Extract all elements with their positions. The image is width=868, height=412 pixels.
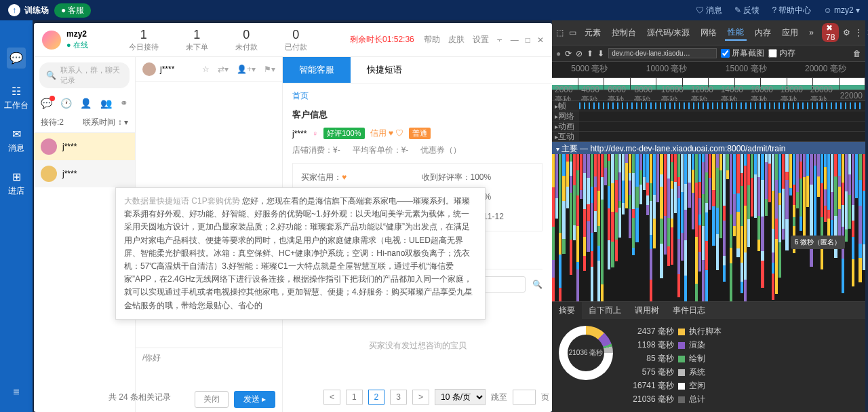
link-settings[interactable]: 设置 xyxy=(473,34,489,45)
sidebar-item-message[interactable]: ✉消息 xyxy=(8,128,24,154)
overview-timeline[interactable]: 5000 毫秒 10000 毫秒 15000 毫秒 20000 毫秒 xyxy=(552,62,865,78)
track-network[interactable]: ▸网络 xyxy=(552,111,579,121)
nav-help[interactable]: ? 帮助中心 xyxy=(772,5,811,16)
filter-person-icon[interactable]: 👤 xyxy=(80,98,92,109)
reload-icon[interactable]: ⟳ xyxy=(565,49,572,58)
contact-item[interactable]: j**** xyxy=(34,133,135,160)
error-badge[interactable]: ✖ 78 xyxy=(822,23,839,42)
sort-select[interactable]: 联系时间 ↕ ▾ xyxy=(83,117,128,128)
breadcrumb[interactable]: 首页 xyxy=(283,83,552,109)
clear-icon[interactable]: ⊘ xyxy=(576,49,583,58)
chat-messages: 大数据量快捷短语 C1P套购优势 您好，您现在看的是海信旗下高端套系家电——璀璨… xyxy=(136,82,282,348)
btab-calltree[interactable]: 调用树 xyxy=(628,302,666,319)
pager-size[interactable]: 10 条/页 xyxy=(435,389,486,405)
transfer-icon[interactable]: ⇄▾ xyxy=(218,64,229,74)
customer-name: j**** xyxy=(292,129,307,138)
contact-item[interactable]: j**** xyxy=(34,160,135,187)
pager-2[interactable]: 2 xyxy=(368,390,385,405)
coupon-link[interactable]: 优惠券（） xyxy=(420,145,461,156)
filter-org-icon[interactable]: ⚭ xyxy=(120,98,128,109)
record-icon[interactable]: ● xyxy=(556,49,561,58)
gender-icon: ♀ xyxy=(312,129,318,138)
recommend-search-icon[interactable]: 🔍 xyxy=(532,280,542,289)
empty-message: 买家没有发过想咨询的宝贝 xyxy=(292,340,542,352)
brand: ↑ 训练场 xyxy=(8,4,49,16)
track-anim[interactable]: ▸动画 xyxy=(552,121,579,131)
section-title: 客户信息 xyxy=(292,109,542,121)
tab-smart-service[interactable]: 智能客服 xyxy=(283,57,351,83)
devtab-elements[interactable]: 元素 xyxy=(582,26,604,40)
tab-quick-phrase[interactable]: 快捷短语 xyxy=(351,57,418,83)
devtools-panel: ⬚ ▭ 元素 控制台 源代码/来源 网络 性能 内存 应用 » ✖ 78 ⚙ ⋮… xyxy=(552,20,865,412)
flag-icon[interactable]: ⚑▾ xyxy=(264,64,275,74)
collapse-icon[interactable]: ≡ xyxy=(13,386,19,398)
devtab-more-icon[interactable]: » xyxy=(806,26,816,39)
main-thread-label[interactable]: ▾ 主要 — http://dev.mc-dev-lane.xiaoduoai.… xyxy=(552,142,865,154)
pager-3[interactable]: 3 xyxy=(390,390,407,405)
sidebar-item-chat[interactable]: 💬 xyxy=(7,48,26,69)
sidebar-item-workbench[interactable]: ☷工作台 xyxy=(4,85,28,111)
track-interact[interactable]: ▸互动 xyxy=(552,132,579,141)
tooltip-lead: 大数据量快捷短语 C1P套购优势 xyxy=(124,196,240,206)
devtab-network[interactable]: 网络 xyxy=(698,26,719,40)
screenshot-checkbox[interactable]: 屏幕截图 xyxy=(721,48,764,59)
trash-icon[interactable]: 🗑 xyxy=(853,49,861,58)
chat-header: mzy2 在线 1今日接待 1未下单 0未付款 0已付款 剩余时长01:52:3… xyxy=(34,23,552,57)
devtab-console[interactable]: 控制台 xyxy=(609,26,639,40)
window-close-icon[interactable]: ✕ xyxy=(537,35,544,45)
filter-group-icon[interactable]: 👥 xyxy=(100,98,112,109)
load-icon[interactable]: ⬆ xyxy=(587,49,593,58)
level-badge: 普通 xyxy=(409,128,431,139)
inspect-icon[interactable]: ⬚ xyxy=(556,28,564,37)
devtools-settings-icon[interactable]: ⚙ xyxy=(843,28,850,37)
search-input[interactable]: 🔍 联系人，群，聊天记录 xyxy=(39,62,130,88)
conv-name: j**** xyxy=(160,64,174,74)
pager-jump-input[interactable] xyxy=(513,390,536,405)
flame-chart[interactable]: 6 微秒（匿名） xyxy=(552,154,865,301)
summary-panel: 21036 毫秒 2437 毫秒执行脚本1198 毫秒渲染85 毫秒绘制575 … xyxy=(552,319,865,412)
window-pop-icon[interactable]: ⫟ xyxy=(496,35,504,45)
brand-icon: ↑ xyxy=(8,4,20,16)
contact-avatar xyxy=(41,138,57,155)
devtab-memory[interactable]: 内存 xyxy=(752,26,774,40)
input-text: /你好 xyxy=(142,352,275,364)
role-badge: ● 客服 xyxy=(54,3,91,18)
nav-feedback[interactable]: ✎ 反馈 xyxy=(734,5,760,16)
pager-count: 共 24 条相关记录 xyxy=(108,392,171,403)
window-min-icon[interactable]: — xyxy=(511,35,519,45)
save-icon[interactable]: ⬇ xyxy=(597,49,604,58)
header-username: mzy2 xyxy=(66,29,88,39)
window-max-icon[interactable]: □ xyxy=(526,35,530,45)
chat-window: mzy2 在线 1今日接待 1未下单 0未付款 0已付款 剩余时长01:52:3… xyxy=(34,23,552,412)
conv-avatar xyxy=(142,62,156,76)
invite-icon[interactable]: 👤+▾ xyxy=(237,64,256,74)
pager-next[interactable]: > xyxy=(412,390,429,405)
devtools-menu-icon[interactable]: ⋮ xyxy=(854,28,863,37)
time-ruler: 2000 毫秒4000 毫秒6000 毫秒8000 毫秒10000 毫秒1200… xyxy=(552,90,865,101)
pager-prev[interactable]: < xyxy=(323,390,340,405)
top-bar: ↑ 训练场 ● 客服 ♡ 消息 ✎ 反馈 ? 帮助中心 ☺ mzy2 ▾ xyxy=(0,0,868,20)
target-select[interactable]: dev.mc-dev-lane.xiaodu… xyxy=(608,48,717,58)
filter-clock-icon[interactable]: 🕐 xyxy=(60,98,72,109)
filter-chat-icon[interactable]: 💬 xyxy=(41,98,52,109)
devtab-sources[interactable]: 源代码/来源 xyxy=(644,26,692,40)
track-frames[interactable]: ▸帧 xyxy=(552,101,579,111)
search-placeholder: 联系人，群，聊天记录 xyxy=(60,65,123,86)
memory-checkbox[interactable]: 内存 xyxy=(768,48,795,59)
device-icon[interactable]: ▭ xyxy=(569,28,576,37)
nav-messages[interactable]: ♡ 消息 xyxy=(696,5,722,16)
link-help[interactable]: 帮助 xyxy=(424,34,440,45)
pager-1[interactable]: 1 xyxy=(346,390,363,405)
sidebar-item-shop[interactable]: ⊞进店 xyxy=(8,170,24,197)
btab-bottomup[interactable]: 自下而上 xyxy=(582,302,628,319)
devtab-application[interactable]: 应用 xyxy=(779,26,801,40)
star-icon[interactable]: ☆ xyxy=(202,64,210,74)
btab-summary[interactable]: 摘要 xyxy=(552,302,582,319)
brand-text: 训练场 xyxy=(24,5,49,16)
link-skin[interactable]: 皮肤 xyxy=(448,34,465,45)
nav-user[interactable]: ☺ mzy2 ▾ xyxy=(823,5,860,15)
devtab-performance[interactable]: 性能 xyxy=(725,25,747,41)
btab-eventlog[interactable]: 事件日志 xyxy=(666,302,712,319)
summary-donut: 21036 毫秒 xyxy=(559,326,613,380)
header-status: 在线 xyxy=(66,40,88,50)
